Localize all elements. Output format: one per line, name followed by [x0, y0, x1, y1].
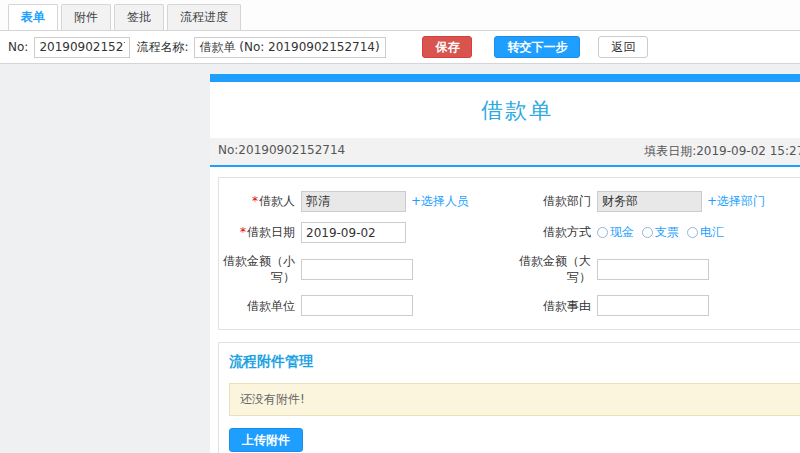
- department-label: 借款部门: [515, 193, 597, 209]
- back-button[interactable]: 返回: [598, 36, 648, 58]
- loan-reason-label: 借款事由: [515, 298, 597, 314]
- form-row: *借款日期 借款方式 现金 支票 电汇: [219, 217, 800, 248]
- save-button[interactable]: 保存: [422, 36, 472, 58]
- next-step-button[interactable]: 转交下一步: [494, 36, 580, 58]
- loan-date-field: [301, 222, 515, 243]
- radio-circle-icon: [642, 227, 653, 238]
- amount-small-input[interactable]: [301, 259, 413, 280]
- loan-form-fields: *借款人 +选择人员 借款部门 +选择部门 *借款日期 借款方式: [218, 177, 800, 330]
- department-field: +选择部门: [597, 191, 800, 212]
- form-row: 借款金额（小写） 借款金额（大写）: [219, 248, 800, 290]
- tab-progress[interactable]: 流程进度: [167, 4, 241, 30]
- document-date: 填表日期:2019-09-02 15:27:1: [644, 143, 800, 160]
- document-meta: No:20190902152714 填表日期:2019-09-02 15:27:…: [210, 138, 800, 165]
- no-label: No:: [8, 40, 28, 54]
- no-input[interactable]: [34, 37, 130, 58]
- upload-attachment-button[interactable]: 上传附件: [229, 428, 303, 452]
- radio-cash[interactable]: 现金: [597, 224, 634, 241]
- tab-bar: 表单 附件 签批 流程进度: [0, 0, 800, 31]
- radio-wire[interactable]: 电汇: [687, 224, 724, 241]
- process-name-input[interactable]: [194, 37, 386, 58]
- panel-top-bar: [210, 74, 800, 82]
- required-mark: *: [240, 225, 246, 239]
- loan-method-label: 借款方式: [515, 224, 597, 240]
- loan-reason-field: [597, 295, 800, 316]
- tab-attachment[interactable]: 附件: [61, 4, 111, 30]
- select-person-link[interactable]: +选择人员: [411, 193, 469, 210]
- process-name-label: 流程名称:: [136, 39, 188, 56]
- attachment-section: 流程附件管理 还没有附件! 上传附件: [218, 342, 800, 453]
- document-title: 借款单: [210, 82, 800, 138]
- document-no: No:20190902152714: [218, 143, 345, 160]
- amount-small-field: [301, 259, 515, 280]
- radio-circle-icon: [597, 227, 608, 238]
- loan-unit-field: [301, 295, 515, 316]
- top-toolbar: No: 流程名称: 保存 转交下一步 返回: [0, 31, 800, 64]
- loan-reason-input[interactable]: [597, 295, 709, 316]
- amount-small-label: 借款金额（小写）: [219, 253, 301, 285]
- loan-unit-label: 借款单位: [219, 298, 301, 314]
- radio-cheque[interactable]: 支票: [642, 224, 679, 241]
- loan-date-label: *借款日期: [219, 224, 301, 240]
- header: 表单 附件 签批 流程进度 No: 流程名称: 保存 转交下一步 返回: [0, 0, 800, 64]
- loan-unit-input[interactable]: [301, 295, 413, 316]
- borrower-field: +选择人员: [301, 191, 515, 212]
- divider: [210, 165, 800, 167]
- amount-big-field: [597, 259, 800, 280]
- required-mark: *: [252, 194, 258, 208]
- tab-approval[interactable]: 签批: [114, 4, 164, 30]
- attachment-section-title: 流程附件管理: [229, 353, 800, 371]
- no-attachment-notice: 还没有附件!: [229, 383, 800, 416]
- borrower-label: *借款人: [219, 193, 301, 209]
- loan-date-input[interactable]: [301, 222, 406, 243]
- borrower-input[interactable]: [301, 191, 406, 212]
- loan-form-panel: 借款单 No:20190902152714 填表日期:2019-09-02 15…: [210, 74, 800, 453]
- form-row: 借款单位 借款事由: [219, 290, 800, 321]
- radio-circle-icon: [687, 227, 698, 238]
- amount-big-label: 借款金额（大写）: [515, 253, 597, 285]
- select-department-link[interactable]: +选择部门: [707, 193, 765, 210]
- tab-form[interactable]: 表单: [8, 4, 58, 30]
- department-input[interactable]: [597, 191, 702, 212]
- content-area: 借款单 No:20190902152714 填表日期:2019-09-02 15…: [0, 64, 800, 453]
- form-row: *借款人 +选择人员 借款部门 +选择部门: [219, 186, 800, 217]
- loan-method-field: 现金 支票 电汇: [597, 224, 800, 241]
- amount-big-input[interactable]: [597, 259, 709, 280]
- loan-method-options: 现金 支票 电汇: [597, 224, 724, 241]
